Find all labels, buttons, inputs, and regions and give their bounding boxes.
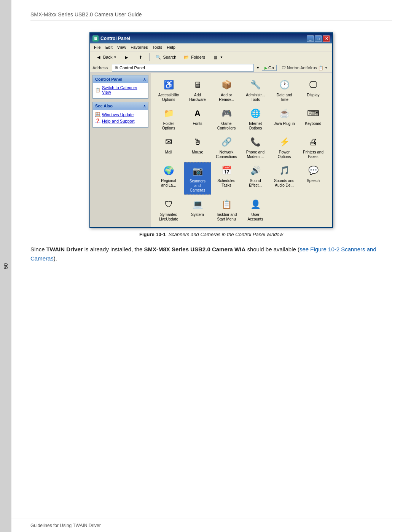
menu-tools[interactable]: Tools — [150, 44, 165, 50]
body-suffix: ). — [54, 255, 57, 262]
display-label: Display — [307, 93, 320, 97]
windows-update-link[interactable]: 🪟 Windows Update — [95, 112, 146, 117]
body-middle1: is already installed, the — [83, 246, 144, 252]
cp-power[interactable]: ⚡ PowerOptions — [271, 134, 298, 161]
window-controls: _ □ ✕ — [307, 35, 330, 42]
accessibility-label: AccessibilityOptions — [158, 93, 179, 102]
address-label: Address — [92, 66, 110, 70]
forward-button[interactable]: ▶ — [121, 53, 133, 62]
go-icon: ▶ — [264, 66, 268, 70]
cp-scanners[interactable]: 📷 ScannersandCameras — [184, 162, 211, 195]
menu-file[interactable]: File — [92, 44, 103, 50]
cp-network[interactable]: 🔗 NetworkConnections — [213, 134, 240, 161]
menu-help[interactable]: Help — [164, 44, 178, 50]
body-text: Since TWAIN Driver is already installed,… — [30, 245, 392, 263]
addressbar: Address 🖥 Control Panel ▼ ▶ Go 🛡 Norton … — [90, 63, 332, 73]
back-button[interactable]: ◀ Back ▼ — [92, 53, 119, 62]
help-support-icon: ❓ — [95, 118, 100, 123]
java-label: Java Plug-in — [274, 121, 295, 126]
folders-button[interactable]: 📂 Folders — [180, 53, 208, 62]
speech-label: Speech — [307, 179, 320, 183]
cp-add-remove[interactable]: 📦 Add orRemov... — [213, 77, 240, 104]
views-dropdown: ▼ — [220, 56, 223, 59]
norton-label: Norton AntiVirus — [287, 66, 317, 70]
mail-icon: ✉ — [162, 135, 175, 149]
address-value: Control Panel — [119, 66, 145, 70]
folder-options-label: FolderOptions — [162, 121, 175, 131]
twain-driver-bold: TWAIN Driver — [46, 246, 83, 252]
cp-panel-collapse[interactable] — [143, 77, 146, 81]
cp-date-time[interactable]: 🕐 Date andTime — [271, 77, 298, 104]
control-panel-window: 🖥 Control Panel _ □ ✕ File Edit View Fav… — [89, 32, 333, 228]
window-body: Control Panel 📋 Switch to Category View — [90, 73, 332, 227]
search-icon: 🔍 — [155, 54, 162, 61]
see-also-panel: See Also 🪟 Windows Update ❓ Help and Sup… — [92, 102, 148, 128]
cp-internet-options[interactable]: 🌐 InternetOptions — [242, 105, 269, 132]
cp-regional[interactable]: 🌍 Regionaland La... — [155, 162, 182, 195]
search-button[interactable]: 🔍 Search — [152, 53, 179, 62]
toolbar-separator — [149, 53, 150, 61]
cp-printers[interactable]: 🖨 Printers andFaxes — [299, 134, 327, 161]
menu-favorites[interactable]: Favorites — [128, 44, 150, 50]
cp-symantec[interactable]: 🛡 SymantecLiveUpdate — [155, 196, 182, 223]
cp-fonts[interactable]: A Fonts — [184, 105, 211, 132]
cp-accessibility[interactable]: ♿ AccessibilityOptions — [155, 77, 182, 104]
power-icon: ⚡ — [277, 135, 291, 149]
see-also-collapse[interactable] — [143, 104, 146, 108]
close-button[interactable]: ✕ — [323, 35, 330, 42]
help-support-link[interactable]: ❓ Help and Support — [95, 118, 146, 123]
taskbar-label: Taskbar andStart Menu — [216, 212, 237, 222]
speech-icon: 💬 — [306, 164, 320, 177]
scheduled-label: ScheduledTasks — [217, 179, 235, 188]
body-middle2: should be available ( — [245, 246, 299, 252]
cp-icon: 🖥 — [94, 37, 97, 41]
see-also-header: See Also — [93, 102, 148, 110]
go-label: Go — [268, 66, 274, 70]
cp-sounds-audio[interactable]: 🎵 Sounds andAudio De... — [271, 162, 298, 195]
symantec-label: SymantecLiveUpdate — [159, 212, 178, 222]
cp-sound-effects[interactable]: 🔊 SoundEffect... — [242, 162, 269, 195]
cp-add-hardware[interactable]: 🖥 AddHardware — [184, 77, 211, 104]
regional-label: Regionaland La... — [161, 179, 176, 188]
go-button[interactable]: ▶ Go — [262, 65, 277, 71]
symantec-icon: 🛡 — [162, 198, 175, 211]
admin-tools-label: Administr...Tools — [246, 93, 264, 102]
cp-game-controllers[interactable]: 🎮 GameControllers — [213, 105, 240, 132]
cp-mouse[interactable]: 🖱 Mouse — [184, 134, 211, 161]
cp-phone-modem[interactable]: 📞 Phone andModem ... — [242, 134, 269, 161]
cp-scheduled[interactable]: 📅 ScheduledTasks — [213, 162, 240, 195]
cp-folder-options[interactable]: 📁 FolderOptions — [155, 105, 182, 132]
cp-panel-title: Control Panel — [95, 77, 123, 81]
phone-modem-icon: 📞 — [249, 135, 262, 149]
cp-admin-tools[interactable]: 🔧 Administr...Tools — [242, 77, 269, 104]
cp-mail[interactable]: ✉ Mail — [155, 134, 182, 161]
windows-update-label: Windows Update — [102, 112, 134, 117]
restore-button[interactable]: □ — [315, 35, 322, 42]
printers-icon: 🖨 — [306, 135, 320, 149]
date-time-icon: 🕐 — [277, 78, 291, 92]
cp-system[interactable]: 💻 System — [184, 196, 211, 223]
network-label: NetworkConnections — [216, 150, 237, 159]
address-input[interactable]: 🖥 Control Panel — [112, 64, 254, 72]
minimize-button[interactable]: _ — [307, 35, 314, 42]
cp-speech[interactable]: 💬 Speech — [299, 162, 327, 195]
cp-user-accounts[interactable]: 👤 UserAccounts — [242, 196, 269, 223]
views-button[interactable]: ▤ ▼ — [209, 53, 226, 62]
regional-icon: 🌍 — [162, 164, 175, 177]
cp-display[interactable]: 🖵 Display — [299, 77, 327, 104]
cp-java[interactable]: ☕ Java Plug-in — [271, 105, 298, 132]
titlebar: 🖥 Control Panel _ □ ✕ — [90, 34, 332, 43]
sound-effects-icon: 🔊 — [249, 164, 262, 177]
taskbar-icon: 📋 — [220, 198, 233, 211]
toolbar: ◀ Back ▼ ▶ ⬆ 🔍 Search 📂 Folders — [90, 51, 332, 63]
window-title: Control Panel — [100, 36, 130, 41]
menu-edit[interactable]: Edit — [103, 44, 115, 50]
parent-button[interactable]: ⬆ — [134, 53, 147, 62]
java-icon: ☕ — [277, 107, 291, 120]
cp-taskbar[interactable]: 📋 Taskbar andStart Menu — [213, 196, 240, 223]
menu-view[interactable]: View — [115, 44, 129, 50]
page-number-bar: 50 — [0, 0, 11, 532]
game-controllers-label: GameControllers — [217, 121, 236, 131]
cp-keyboard[interactable]: ⌨ Keyboard — [299, 105, 327, 132]
switch-category-link[interactable]: 📋 Switch to Category View — [95, 85, 146, 94]
